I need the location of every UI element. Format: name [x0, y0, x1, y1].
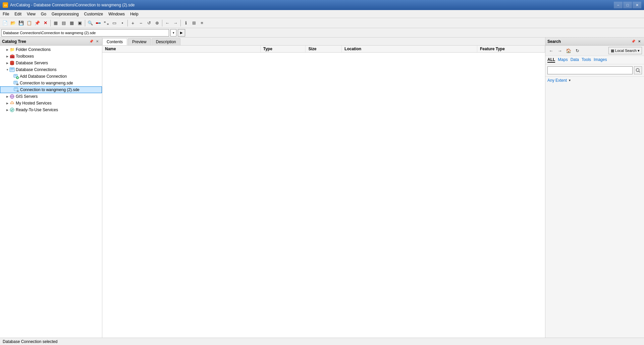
expand-arrow-hosted[interactable]: ▶: [5, 101, 9, 105]
menu-go[interactable]: Go: [38, 10, 49, 18]
col-header-type[interactable]: Type: [260, 46, 306, 53]
forward-button[interactable]: →: [172, 19, 179, 27]
extent-dropdown-arrow[interactable]: ▼: [568, 79, 571, 82]
toolbar-sep-2: [85, 20, 85, 26]
new-button[interactable]: 📄: [1, 19, 9, 27]
search-scope-label: Local Search: [615, 49, 637, 53]
search-close-button[interactable]: ✕: [637, 39, 642, 44]
tree-item-database-connections[interactable]: ▼ Database Connections: [0, 66, 102, 73]
svg-rect-21: [14, 82, 17, 83]
catalog-header: Catalog Tree 📌 ✕: [0, 38, 102, 46]
title-controls[interactable]: − □ ✕: [614, 2, 641, 8]
options-button[interactable]: ⊞: [190, 19, 198, 27]
content-panel: Contents Preview Description Name Type S…: [102, 38, 545, 338]
search-input[interactable]: [547, 66, 633, 74]
minimize-button[interactable]: −: [614, 2, 623, 8]
menu-windows[interactable]: Windows: [106, 10, 127, 18]
search-tab-all[interactable]: ALL: [547, 57, 555, 63]
tree-item-add-database-connection[interactable]: ▶ Add Database Connection: [0, 73, 102, 80]
zoom-in-button[interactable]: +: [129, 19, 137, 27]
toolboxes-label: Toolboxes: [16, 54, 34, 59]
search-title: Search: [547, 39, 561, 44]
col-header-location[interactable]: Location: [342, 46, 477, 53]
expand-arrow-folder-connections[interactable]: ▶: [5, 48, 9, 52]
search-button[interactable]: 🔍: [87, 19, 94, 27]
expand-arrow-gis-servers[interactable]: ▶: [5, 94, 9, 98]
tree-item-ready-to-use-services[interactable]: ▶ Ready-To-Use Services: [0, 107, 102, 113]
tree-item-my-hosted-services[interactable]: ▶ My Hosted Services: [0, 100, 102, 107]
open-button[interactable]: 📂: [9, 19, 17, 27]
delete-button[interactable]: ✕: [42, 19, 49, 27]
search-forward-button[interactable]: →: [556, 47, 564, 54]
search-go-button[interactable]: [634, 66, 642, 74]
menu-customize[interactable]: Customize: [82, 10, 106, 18]
search-refresh-button[interactable]: ↻: [574, 47, 581, 54]
search-scope-dropdown-icon: ▦: [611, 49, 614, 53]
svg-rect-23: [16, 84, 18, 85]
info-button[interactable]: ℹ: [182, 19, 190, 27]
address-dropdown[interactable]: ▾: [170, 29, 176, 37]
expand-arrow-toolboxes[interactable]: ▶: [5, 54, 9, 58]
status-text: Database Connection selected: [3, 339, 57, 344]
copy-button[interactable]: 📋: [25, 19, 33, 27]
full-extent-button[interactable]: ⊕: [153, 19, 161, 27]
view-thumbnails-button[interactable]: ▩: [68, 19, 75, 27]
expand-arrow-database-servers[interactable]: ▶: [5, 61, 9, 65]
tree-item-folder-connections[interactable]: ▶ 📁 Folder Connections: [0, 46, 102, 53]
tree-item-gis-servers[interactable]: ▶ GIS Servers: [0, 93, 102, 100]
view-details-button[interactable]: ▤: [60, 19, 67, 27]
catalog-pin-button[interactable]: 📌: [89, 39, 94, 44]
view-list-button[interactable]: ▦: [52, 19, 59, 27]
search-tab-tools[interactable]: Tools: [582, 57, 591, 63]
tab-description[interactable]: Description: [152, 38, 180, 45]
search-tab-maps[interactable]: Maps: [558, 57, 568, 63]
expand-arrow-database-connections[interactable]: ▼: [5, 68, 9, 72]
save-button[interactable]: 💾: [17, 19, 25, 27]
maximize-button[interactable]: □: [623, 2, 632, 8]
search-tab-images[interactable]: Images: [594, 57, 607, 63]
address-input[interactable]: [1, 29, 169, 37]
view-table-button[interactable]: ▣: [76, 19, 84, 27]
disconnect-button[interactable]: [103, 19, 110, 27]
svg-rect-1: [99, 22, 101, 24]
connect-button[interactable]: [95, 19, 102, 27]
tree-item-toolboxes[interactable]: ▶ 🧰 Toolboxes: [0, 53, 102, 60]
tab-preview[interactable]: Preview: [128, 38, 151, 45]
svg-rect-10: [10, 68, 14, 69]
close-button[interactable]: ✕: [633, 2, 641, 8]
add-database-connection-label: Add Database Connection: [20, 74, 67, 79]
menu-view[interactable]: View: [24, 10, 38, 18]
tree-item-connection-wangmeng-2[interactable]: ▶ Connection to wangmeng (2).sde: [0, 86, 102, 93]
search-input-area: [545, 64, 644, 77]
menu-geoprocessing[interactable]: Geoprocessing: [49, 10, 82, 18]
back-button[interactable]: ←: [164, 19, 171, 27]
search-pin-button[interactable]: 📌: [631, 39, 636, 44]
expand-arrow-ready[interactable]: ▶: [5, 108, 9, 112]
search-home-button[interactable]: 🏠: [565, 47, 572, 54]
zoom-out-button[interactable]: −: [137, 19, 145, 27]
col-header-size[interactable]: Size: [306, 46, 342, 53]
search-back-button[interactable]: ←: [547, 47, 555, 54]
paste-button[interactable]: 📌: [34, 19, 41, 27]
dot-button[interactable]: ●: [119, 19, 126, 27]
toolbar-sep-1: [50, 20, 51, 26]
col-header-name[interactable]: Name: [102, 46, 260, 53]
gis-servers-icon: [9, 94, 15, 99]
menu-edit[interactable]: Edit: [12, 10, 24, 18]
catalog-title: Catalog Tree: [2, 39, 26, 44]
search-tab-data[interactable]: Data: [571, 57, 579, 63]
tree-item-connection-wangmeng-1[interactable]: ▶ Connection to wangmeng.sde: [0, 80, 102, 86]
catalog-close-button[interactable]: ✕: [95, 39, 100, 44]
address-go-button[interactable]: ▶: [178, 29, 185, 37]
col-header-feature-type[interactable]: Feature Type: [477, 46, 545, 53]
rotate-button[interactable]: ↺: [145, 19, 153, 27]
search-scope-button[interactable]: ▦ Local Search ▾: [608, 47, 642, 54]
menu-file[interactable]: File: [0, 10, 12, 18]
rect-button[interactable]: ▭: [111, 19, 118, 27]
menu-extra-button[interactable]: ≡: [198, 19, 206, 27]
tree-item-database-servers[interactable]: ▶ Database Servers: [0, 60, 102, 66]
menu-help[interactable]: Help: [127, 10, 141, 18]
search-header-controls: 📌 ✕: [631, 39, 642, 44]
tab-contents[interactable]: Contents: [102, 38, 127, 45]
extent-link[interactable]: Any Extent: [547, 78, 567, 83]
